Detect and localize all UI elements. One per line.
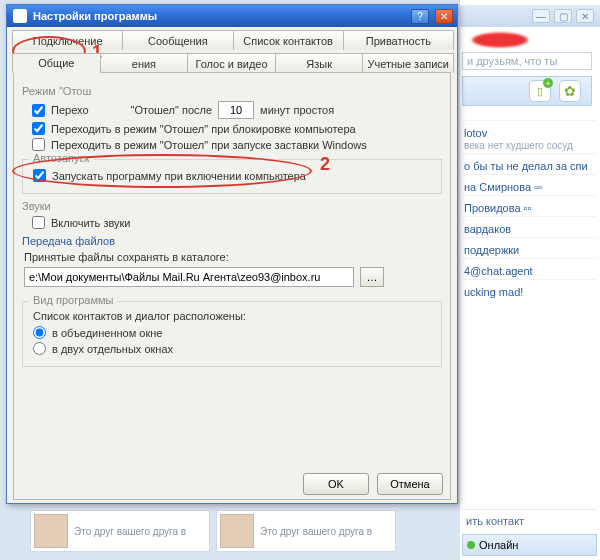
browse-button[interactable]: … xyxy=(360,267,384,287)
autorun-label: Запускать программу при включении компью… xyxy=(52,170,306,182)
away-after-label-3: минут простоя xyxy=(260,104,334,116)
contact-subtitle: века нет худшего сосуд xyxy=(464,140,573,151)
away-after-row: Перехо "Отошел" после минут простоя xyxy=(32,101,442,119)
contact-row[interactable]: о бы ты не делал за спи xyxy=(462,153,597,174)
online-dot-icon xyxy=(467,541,475,549)
view-opt2-row: в двух отдельных окнах xyxy=(33,342,433,355)
autorun-group: Автозапуск Запускать программу при включ… xyxy=(22,159,442,194)
dialog-close-button[interactable]: ✕ xyxy=(435,9,453,24)
away-minutes-input[interactable] xyxy=(218,101,254,119)
tab-ения[interactable]: ения xyxy=(100,53,189,73)
view-group-title: Вид программы xyxy=(29,294,117,306)
tab-приватность[interactable]: Приватность xyxy=(343,30,454,50)
contact-name: на Смирнова ▫▫ xyxy=(464,181,542,193)
away-lock-row: Переходить в режим "Отошел" при блокиров… xyxy=(32,122,442,135)
contact-row[interactable]: Провидова ▫▫ xyxy=(462,195,597,216)
avatar xyxy=(34,514,68,548)
away-after-label-2: "Отошел" после xyxy=(131,104,213,116)
main-window-titlebar: — ▢ ✕ xyxy=(460,5,600,27)
suggestion-card[interactable]: Это друг вашего друга в xyxy=(216,510,396,552)
away-after-label-1: Перехо xyxy=(51,104,89,116)
tab-panel-general: Режим "Отош Перехо "Отошел" после минут … xyxy=(13,72,451,500)
view-opt1-row: в объединенном окне xyxy=(33,326,433,339)
tab-общие[interactable]: Общие xyxy=(12,53,101,73)
contact-name: вардаков xyxy=(464,223,511,235)
tab-голос-и-видео[interactable]: Голос и видео xyxy=(187,53,276,73)
sounds-checkbox[interactable] xyxy=(32,216,45,229)
tab-список-контактов[interactable]: Список контактов xyxy=(233,30,344,50)
view-separate-radio[interactable] xyxy=(33,342,46,355)
view-label: Список контактов и диалог расположены: xyxy=(33,310,433,322)
sounds-row: Включить звуки xyxy=(32,216,442,229)
away-group-title: Режим "Отош xyxy=(22,85,442,97)
suggestion-card[interactable]: Это друг вашего друга в xyxy=(30,510,210,552)
contact-name: lotov xyxy=(464,127,487,139)
autorun-group-title: Автозапуск xyxy=(29,152,94,164)
suggestion-text: Это друг вашего друга в xyxy=(74,526,186,537)
contact-name: 4@chat.agent xyxy=(464,265,533,277)
view-group: Вид программы Список контактов и диалог … xyxy=(22,301,442,367)
view-separate-label: в двух отдельных окнах xyxy=(52,343,173,355)
dialog-help-button[interactable]: ? xyxy=(411,9,429,24)
autorun-row: Запускать программу при включении компью… xyxy=(33,169,433,182)
contact-row[interactable]: 4@chat.agent xyxy=(462,258,597,279)
autorun-checkbox[interactable] xyxy=(33,169,46,182)
away-screensaver-row: Переходить в режим "Отошел" при запуске … xyxy=(32,138,442,151)
app-icon xyxy=(13,9,27,23)
tabs-row-2: ОбщиеенияГолос и видеоЯзыкУчетные записи xyxy=(13,50,457,73)
avatar xyxy=(220,514,254,548)
close-button[interactable]: ✕ xyxy=(576,9,594,23)
ok-button[interactable]: OK xyxy=(303,473,369,495)
plus-icon: + xyxy=(543,78,553,88)
add-contact-icon[interactable]: ▯ + xyxy=(529,80,551,102)
contact-row[interactable]: ucking mad! xyxy=(462,279,597,300)
away-after-checkbox[interactable] xyxy=(32,104,45,117)
dialog-title: Настройки программы xyxy=(33,10,405,22)
away-lock-checkbox[interactable] xyxy=(32,122,45,135)
friend-suggestions: Это друг вашего друга вЭто друг вашего д… xyxy=(30,510,396,552)
status-bar[interactable]: Онлайн xyxy=(462,534,597,556)
away-screensaver-label: Переходить в режим "Отошел" при запуске … xyxy=(51,139,367,151)
contact-row[interactable]: поддержки xyxy=(462,237,597,258)
add-contact-link[interactable]: ить контакт xyxy=(462,509,597,532)
contact-name: Провидова ▫▫ xyxy=(464,202,531,214)
settings-dialog: Настройки программы ? ✕ ПодключениеСообщ… xyxy=(6,4,458,504)
files-group-title: Передача файлов xyxy=(22,235,442,247)
view-combined-label: в объединенном окне xyxy=(52,327,162,339)
person-icon: ▯ xyxy=(537,85,543,98)
logo-accent xyxy=(470,32,530,48)
files-label: Принятые файлы сохранять в каталоге: xyxy=(24,251,442,263)
contact-name: поддержки xyxy=(464,244,519,256)
view-combined-radio[interactable] xyxy=(33,326,46,339)
tabs-row-1: ПодключениеСообщенияСписок контактовПрив… xyxy=(13,27,457,50)
flower-icon[interactable]: ✿ xyxy=(559,80,581,102)
cancel-button[interactable]: Отмена xyxy=(377,473,443,495)
away-lock-label: Переходить в режим "Отошел" при блокиров… xyxy=(51,123,356,135)
away-screensaver-checkbox[interactable] xyxy=(32,138,45,151)
status-text: Онлайн xyxy=(479,539,518,551)
contact-name: о бы ты не делал за спи xyxy=(464,160,588,172)
contact-list: lotovвека нет худшего сосудо бы ты не де… xyxy=(462,120,597,300)
sounds-label: Включить звуки xyxy=(51,217,131,229)
contact-name: ucking mad! xyxy=(464,286,523,298)
tab-сообщения[interactable]: Сообщения xyxy=(122,30,233,50)
suggestion-text: Это друг вашего друга в xyxy=(260,526,372,537)
contact-row[interactable]: lotovвека нет худшего сосуд xyxy=(462,120,597,153)
status-input[interactable]: и друзьям, что ты xyxy=(462,52,592,70)
minimize-button[interactable]: — xyxy=(532,9,550,23)
tab-подключение[interactable]: Подключение xyxy=(12,30,123,50)
maximize-button[interactable]: ▢ xyxy=(554,9,572,23)
tab-учетные-записи[interactable]: Учетные записи xyxy=(362,53,454,73)
files-path-input[interactable]: e:\Мои документы\Файлы Mail.Ru Агента\ze… xyxy=(24,267,354,287)
sounds-group-title: Звуки xyxy=(22,200,442,212)
dialog-buttons: OK Отмена xyxy=(303,473,443,495)
toolbar: ▯ + ✿ xyxy=(462,76,592,106)
contact-row[interactable]: на Смирнова ▫▫ xyxy=(462,174,597,195)
files-path-row: e:\Мои документы\Файлы Mail.Ru Агента\ze… xyxy=(24,267,442,287)
dialog-titlebar: Настройки программы ? ✕ xyxy=(7,5,457,27)
contact-row[interactable]: вардаков xyxy=(462,216,597,237)
tab-язык[interactable]: Язык xyxy=(275,53,364,73)
